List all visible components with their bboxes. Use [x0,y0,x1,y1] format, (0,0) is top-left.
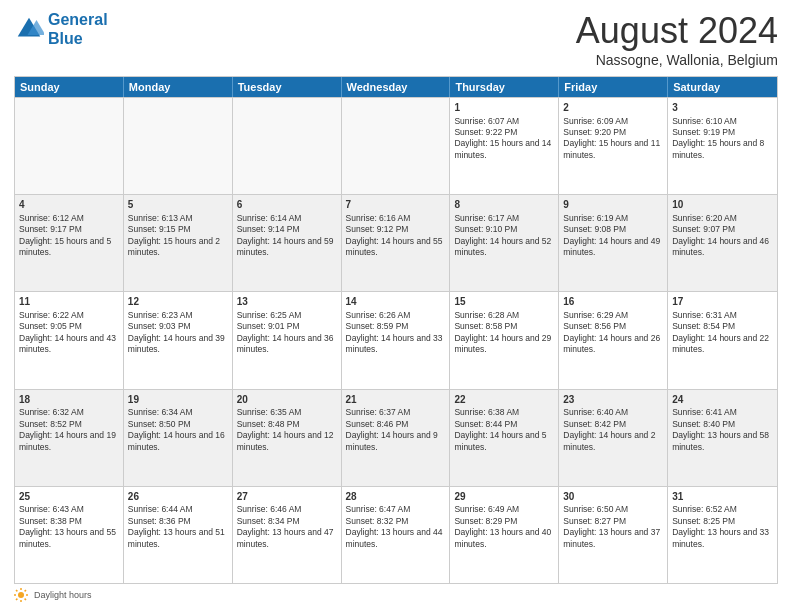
weekday-header-tuesday: Tuesday [233,77,342,97]
empty-cell [233,98,342,194]
daylight-text: Daylight: 14 hours and 5 minutes. [454,430,554,453]
day-number: 4 [19,198,119,212]
sunrise-text: Sunrise: 6:16 AM [346,213,446,224]
sunset-text: Sunset: 8:32 PM [346,516,446,527]
sunset-text: Sunset: 9:17 PM [19,224,119,235]
header: General Blue August 2024 Nassogne, Wallo… [14,10,778,68]
day-number: 30 [563,490,663,504]
calendar: SundayMondayTuesdayWednesdayThursdayFrid… [14,76,778,584]
sunset-text: Sunset: 8:38 PM [19,516,119,527]
sunrise-text: Sunrise: 6:12 AM [19,213,119,224]
day-number: 1 [454,101,554,115]
empty-cell [342,98,451,194]
day-number: 13 [237,295,337,309]
sunrise-text: Sunrise: 6:10 AM [672,116,773,127]
calendar-body: 1Sunrise: 6:07 AMSunset: 9:22 PMDaylight… [15,97,777,583]
empty-cell [124,98,233,194]
day-cell-3: 3Sunrise: 6:10 AMSunset: 9:19 PMDaylight… [668,98,777,194]
sunrise-text: Sunrise: 6:40 AM [563,407,663,418]
day-number: 2 [563,101,663,115]
sunrise-text: Sunrise: 6:44 AM [128,504,228,515]
day-cell-2: 2Sunrise: 6:09 AMSunset: 9:20 PMDaylight… [559,98,668,194]
day-cell-25: 25Sunrise: 6:43 AMSunset: 8:38 PMDayligh… [15,487,124,583]
weekday-header-sunday: Sunday [15,77,124,97]
daylight-text: Daylight: 14 hours and 46 minutes. [672,236,773,259]
calendar-row-4: 18Sunrise: 6:32 AMSunset: 8:52 PMDayligh… [15,389,777,486]
sunset-text: Sunset: 8:54 PM [672,321,773,332]
sunset-text: Sunset: 9:19 PM [672,127,773,138]
sunrise-text: Sunrise: 6:28 AM [454,310,554,321]
sunset-text: Sunset: 8:29 PM [454,516,554,527]
daylight-text: Daylight: 14 hours and 43 minutes. [19,333,119,356]
logo: General Blue [14,10,108,48]
day-cell-19: 19Sunrise: 6:34 AMSunset: 8:50 PMDayligh… [124,390,233,486]
day-cell-1: 1Sunrise: 6:07 AMSunset: 9:22 PMDaylight… [450,98,559,194]
sunrise-text: Sunrise: 6:23 AM [128,310,228,321]
sunset-text: Sunset: 9:03 PM [128,321,228,332]
day-cell-23: 23Sunrise: 6:40 AMSunset: 8:42 PMDayligh… [559,390,668,486]
page: General Blue August 2024 Nassogne, Wallo… [0,0,792,612]
daylight-text: Daylight: 14 hours and 39 minutes. [128,333,228,356]
title-section: August 2024 Nassogne, Wallonia, Belgium [576,10,778,68]
svg-line-9 [25,590,26,591]
sunset-text: Sunset: 8:36 PM [128,516,228,527]
sunrise-text: Sunrise: 6:29 AM [563,310,663,321]
weekday-header-wednesday: Wednesday [342,77,451,97]
sunset-text: Sunset: 8:46 PM [346,419,446,430]
sunset-text: Sunset: 8:59 PM [346,321,446,332]
svg-line-7 [16,590,17,591]
sunset-text: Sunset: 9:14 PM [237,224,337,235]
day-number: 17 [672,295,773,309]
daylight-text: Daylight: 13 hours and 58 minutes. [672,430,773,453]
day-cell-29: 29Sunrise: 6:49 AMSunset: 8:29 PMDayligh… [450,487,559,583]
day-number: 28 [346,490,446,504]
daylight-text: Daylight: 15 hours and 2 minutes. [128,236,228,259]
sunrise-text: Sunrise: 6:37 AM [346,407,446,418]
sunset-text: Sunset: 9:01 PM [237,321,337,332]
day-cell-10: 10Sunrise: 6:20 AMSunset: 9:07 PMDayligh… [668,195,777,291]
sunrise-text: Sunrise: 6:32 AM [19,407,119,418]
daylight-text: Daylight: 14 hours and 36 minutes. [237,333,337,356]
footer: Daylight hours [14,588,778,602]
day-number: 23 [563,393,663,407]
day-number: 18 [19,393,119,407]
day-number: 24 [672,393,773,407]
day-number: 25 [19,490,119,504]
sunrise-text: Sunrise: 6:14 AM [237,213,337,224]
day-number: 22 [454,393,554,407]
day-cell-12: 12Sunrise: 6:23 AMSunset: 9:03 PMDayligh… [124,292,233,388]
sunrise-text: Sunrise: 6:09 AM [563,116,663,127]
daylight-text: Daylight: 15 hours and 8 minutes. [672,138,773,161]
daylight-text: Daylight: 14 hours and 33 minutes. [346,333,446,356]
logo-text: General Blue [48,10,108,48]
sunrise-text: Sunrise: 6:49 AM [454,504,554,515]
sunrise-text: Sunrise: 6:19 AM [563,213,663,224]
sunset-text: Sunset: 8:52 PM [19,419,119,430]
sun-icon [14,588,28,602]
day-number: 3 [672,101,773,115]
weekday-header-thursday: Thursday [450,77,559,97]
day-cell-27: 27Sunrise: 6:46 AMSunset: 8:34 PMDayligh… [233,487,342,583]
day-cell-15: 15Sunrise: 6:28 AMSunset: 8:58 PMDayligh… [450,292,559,388]
day-number: 19 [128,393,228,407]
day-number: 15 [454,295,554,309]
sunrise-text: Sunrise: 6:25 AM [237,310,337,321]
day-number: 26 [128,490,228,504]
daylight-text: Daylight: 15 hours and 11 minutes. [563,138,663,161]
sunset-text: Sunset: 9:08 PM [563,224,663,235]
day-number: 6 [237,198,337,212]
sunset-text: Sunset: 9:22 PM [454,127,554,138]
day-cell-6: 6Sunrise: 6:14 AMSunset: 9:14 PMDaylight… [233,195,342,291]
sunset-text: Sunset: 9:20 PM [563,127,663,138]
sunset-text: Sunset: 8:42 PM [563,419,663,430]
sunset-text: Sunset: 8:56 PM [563,321,663,332]
day-cell-20: 20Sunrise: 6:35 AMSunset: 8:48 PMDayligh… [233,390,342,486]
day-cell-9: 9Sunrise: 6:19 AMSunset: 9:08 PMDaylight… [559,195,668,291]
daylight-text: Daylight: 14 hours and 19 minutes. [19,430,119,453]
sunrise-text: Sunrise: 6:38 AM [454,407,554,418]
sunrise-text: Sunrise: 6:43 AM [19,504,119,515]
daylight-text: Daylight: 14 hours and 52 minutes. [454,236,554,259]
day-number: 10 [672,198,773,212]
daylight-text: Daylight: 14 hours and 26 minutes. [563,333,663,356]
day-cell-4: 4Sunrise: 6:12 AMSunset: 9:17 PMDaylight… [15,195,124,291]
